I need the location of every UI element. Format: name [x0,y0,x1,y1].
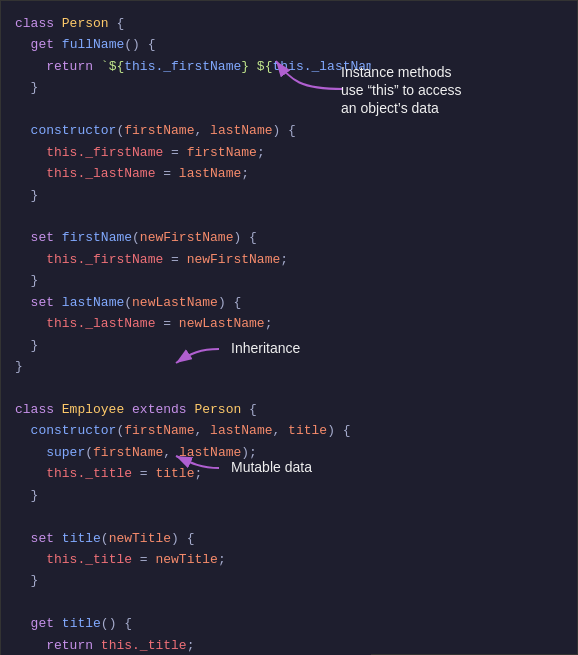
code-line: class Employee extends Person { [15,399,363,420]
code-line: this._lastName = lastName; [15,163,363,184]
code-line [15,592,363,613]
code-line: set lastName(newLastName) { [15,292,363,313]
code-line: get title() { [15,613,363,634]
code-line: constructor(firstName, lastName, title) … [15,420,363,441]
mutable-data-annotation: Mutable data [231,458,391,476]
code-line: this._firstName = newFirstName; [15,249,363,270]
code-line: } [15,77,363,98]
code-line: return this._title; [15,635,363,655]
code-panel: class Person { get fullName() { return `… [1,1,371,655]
code-line [15,506,363,527]
code-line: class Person { [15,13,363,34]
code-line [15,377,363,398]
code-line: } [15,270,363,291]
code-line: get fullName() { [15,34,363,55]
code-line: this._firstName = firstName; [15,142,363,163]
code-line: } [15,356,363,377]
code-line: this._title = newTitle; [15,549,363,570]
code-line: constructor(firstName, lastName) { [15,120,363,141]
inheritance-annotation: Inheritance [231,339,371,357]
code-line: set title(newTitle) { [15,528,363,549]
main-container: class Person { get fullName() { return `… [0,0,578,655]
code-line [15,206,363,227]
code-line: } [15,570,363,591]
code-line: set firstName(newFirstName) { [15,227,363,248]
instance-methods-annotation: Instance methods use “this” to access an… [341,63,551,118]
code-line: } [15,185,363,206]
code-line: this._lastName = newLastName; [15,313,363,334]
code-line [15,99,363,120]
code-line: return `${this._firstName} ${this._lastN… [15,56,363,77]
code-line: } [15,485,363,506]
